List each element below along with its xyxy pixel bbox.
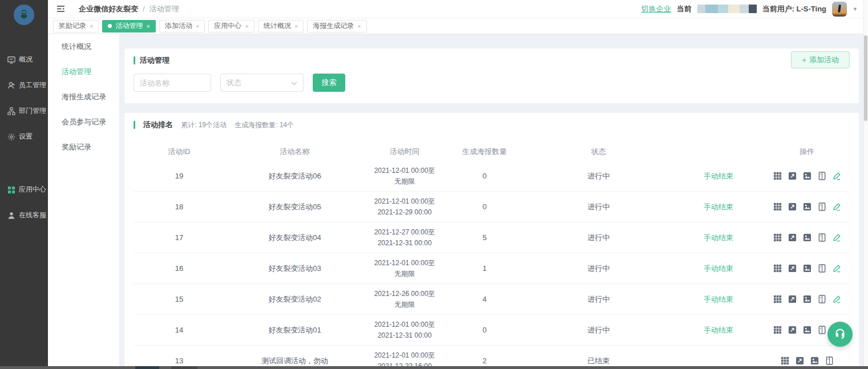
redacted-company-name [697,5,757,13]
subnav-item-4[interactable]: 会员参与记录 [48,110,119,135]
poster-icon[interactable] [825,356,834,365]
close-icon[interactable]: × [357,23,361,30]
sidebar-item-label: 在线客服 [19,210,46,220]
sidebar-item-2[interactable]: 员工管理 [0,72,48,98]
share-icon[interactable] [788,233,797,242]
image-icon[interactable] [803,295,812,303]
user-avatar[interactable] [832,2,847,17]
sidebar-item-4[interactable]: 设置 [0,124,48,149]
grid-icon[interactable] [773,326,782,334]
close-icon[interactable]: × [245,23,248,30]
manual-end-link[interactable]: 手动结束 [704,295,733,303]
sidebar-item-3[interactable]: 部门管理 [0,98,48,124]
current-user-label: 当前用户: L-S-Ting [762,4,826,14]
grid-icon[interactable] [773,172,782,180]
breadcrumb-root[interactable]: 企业微信好友裂变 [79,4,138,14]
sidebar-item-1[interactable]: 概况 [0,47,48,72]
grid-icon[interactable] [781,356,789,365]
bottom-bar-segment [135,366,159,369]
tab-label: 添加活动 [165,21,192,31]
close-icon[interactable]: × [196,23,199,30]
manual-end-link[interactable]: 手动结束 [704,326,733,334]
col-header-activity-id: 活动ID [134,147,225,157]
tab-1[interactable]: 奖励记录× [53,20,99,33]
grid-icon[interactable] [773,295,782,303]
tab-label: 应用中心 [214,21,241,31]
poster-icon[interactable] [818,326,826,334]
main-sidebar: 概况员工管理部门管理设置应用中心在线客服 [0,0,48,369]
manual-end-link[interactable]: 手动结束 [704,202,733,211]
tab-label: 奖励记录 [59,21,86,31]
tab-6[interactable]: 海报生成记录× [307,20,366,33]
manual-end-link[interactable]: 手动结束 [704,172,733,180]
image-icon[interactable] [803,233,812,242]
poster-icon[interactable] [818,233,826,242]
cell-status: 进行中 [524,325,673,335]
tab-5[interactable]: 统计概况× [258,20,304,33]
close-icon[interactable]: × [90,23,93,30]
edit-icon[interactable] [833,202,841,211]
current-company-label: 当前 [677,4,692,14]
edit-icon[interactable] [833,295,841,303]
app-logo[interactable] [14,5,34,25]
add-activity-button[interactable]: + 添加活动 [791,51,850,68]
image-icon[interactable] [803,326,812,334]
subnav-item-5[interactable]: 奖励记录 [48,135,119,160]
grid-icon[interactable] [773,202,782,211]
tab-4[interactable]: 应用中心× [208,20,254,33]
poster-icon[interactable] [818,202,826,211]
sidebar-item-label: 设置 [19,132,33,141]
status-select[interactable]: 状态 [220,74,304,92]
edit-icon[interactable] [833,264,841,273]
menu-fold-icon[interactable] [55,3,66,15]
grid-icon[interactable] [773,233,782,242]
tab-label: 活动管理 [115,21,143,31]
cell-activity-time: 2021-12-01 00:00至 无期限 [365,165,445,187]
poster-icon[interactable] [818,295,826,303]
cell-poster-count: 4 [445,295,524,303]
share-icon[interactable] [788,326,797,334]
caret-down-icon[interactable]: ▼ [853,6,858,12]
poster-count-text: 生成海报数量: 14个 [235,120,294,130]
subnav-item-1[interactable]: 统计概况 [48,34,119,59]
filter-panel-title: 活动管理 [140,55,169,66]
page-scrollbar[interactable] [863,0,868,369]
edit-icon[interactable] [833,172,841,180]
image-icon[interactable] [803,172,812,180]
image-icon[interactable] [803,202,812,211]
share-icon[interactable] [788,295,797,303]
tab-2[interactable]: 活动管理× [102,20,155,33]
manual-end-link[interactable]: 手动结束 [704,264,733,273]
image-icon[interactable] [810,356,819,365]
manual-end-link[interactable]: 手动结束 [704,233,733,242]
cell-poster-count: 0 [445,172,524,180]
edit-icon[interactable] [833,233,841,242]
sidebar-item-label: 员工管理 [19,80,46,90]
share-icon[interactable] [788,264,797,273]
tab-3[interactable]: 添加活动× [159,20,205,33]
poster-icon[interactable] [818,264,826,273]
cell-status: 进行中 [524,233,673,243]
sidebar-item-label: 概况 [19,55,33,64]
top-header: 企业微信好友裂变 / 活动管理 切换企业 当前 当前用户: L-S-Ting ▼ [48,0,868,18]
share-icon[interactable] [796,356,804,365]
share-icon[interactable] [788,172,797,180]
close-icon[interactable]: × [146,23,150,30]
online-service-button[interactable] [827,322,853,347]
row-actions [764,202,850,211]
close-icon[interactable]: × [294,23,298,30]
image-icon[interactable] [803,264,812,273]
subnav-item-2[interactable]: 活动管理 [48,59,119,84]
cell-activity-id: 18 [134,202,225,211]
share-icon[interactable] [788,202,797,211]
subnav-item-3[interactable]: 海报生成记录 [48,84,119,110]
scrollbar-thumb[interactable] [864,35,867,121]
activity-name-input[interactable] [134,74,211,92]
sidebar-item-6[interactable]: 在线客服 [0,202,48,228]
grid-icon[interactable] [773,264,782,273]
secondary-sidebar: 统计概况活动管理海报生成记录会员参与记录奖励记录 [48,34,120,367]
search-button[interactable]: 搜索 [313,74,345,92]
switch-company-link[interactable]: 切换企业 [641,4,671,14]
sidebar-item-5[interactable]: 应用中心 [0,177,48,202]
poster-icon[interactable] [818,172,826,180]
